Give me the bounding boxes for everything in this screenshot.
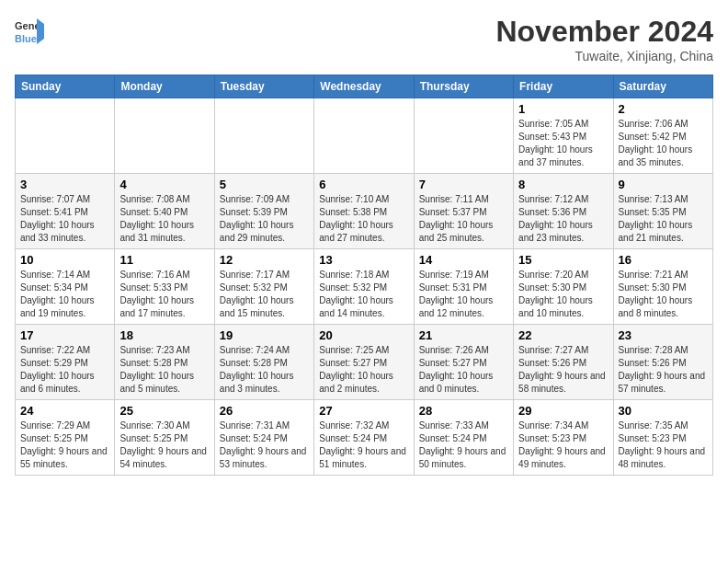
weekday-header-tuesday: Tuesday xyxy=(214,75,313,98)
day-number: 30 xyxy=(619,404,708,418)
day-cell: 1Sunrise: 7:05 AMSunset: 5:43 PMDaylight… xyxy=(514,98,613,174)
day-info: Sunrise: 7:12 AMSunset: 5:36 PMDaylight:… xyxy=(518,193,608,245)
day-number: 20 xyxy=(319,328,408,342)
day-cell xyxy=(314,98,414,174)
day-cell: 3Sunrise: 7:07 AMSunset: 5:41 PMDaylight… xyxy=(16,174,115,249)
day-cell: 14Sunrise: 7:19 AMSunset: 5:31 PMDayligh… xyxy=(414,249,513,325)
day-cell: 25Sunrise: 7:30 AMSunset: 5:25 PMDayligh… xyxy=(115,400,214,476)
day-cell: 27Sunrise: 7:32 AMSunset: 5:24 PMDayligh… xyxy=(314,400,414,476)
day-number: 13 xyxy=(319,253,408,267)
logo-svg: General Blue xyxy=(15,15,44,48)
day-number: 16 xyxy=(619,253,708,267)
day-cell xyxy=(414,98,513,174)
week-row-3: 10Sunrise: 7:14 AMSunset: 5:34 PMDayligh… xyxy=(16,249,713,325)
day-info: Sunrise: 7:07 AMSunset: 5:41 PMDaylight:… xyxy=(20,193,109,245)
day-cell: 28Sunrise: 7:33 AMSunset: 5:24 PMDayligh… xyxy=(414,400,513,476)
day-info: Sunrise: 7:19 AMSunset: 5:31 PMDaylight:… xyxy=(419,269,508,320)
weekday-header-friday: Friday xyxy=(514,75,613,98)
day-info: Sunrise: 7:24 AMSunset: 5:28 PMDaylight:… xyxy=(220,344,309,396)
day-number: 10 xyxy=(20,253,109,267)
day-cell: 30Sunrise: 7:35 AMSunset: 5:23 PMDayligh… xyxy=(613,400,712,476)
logo: General Blue xyxy=(15,15,44,48)
day-number: 17 xyxy=(20,328,109,342)
day-number: 7 xyxy=(419,178,508,191)
day-cell: 8Sunrise: 7:12 AMSunset: 5:36 PMDaylight… xyxy=(514,174,613,249)
day-info: Sunrise: 7:10 AMSunset: 5:38 PMDaylight:… xyxy=(319,193,408,245)
weekday-header-row: SundayMondayTuesdayWednesdayThursdayFrid… xyxy=(16,75,713,98)
day-cell: 21Sunrise: 7:26 AMSunset: 5:27 PMDayligh… xyxy=(414,325,513,400)
day-info: Sunrise: 7:34 AMSunset: 5:23 PMDaylight:… xyxy=(518,419,608,471)
day-info: Sunrise: 7:20 AMSunset: 5:30 PMDaylight:… xyxy=(518,269,608,320)
week-row-4: 17Sunrise: 7:22 AMSunset: 5:29 PMDayligh… xyxy=(16,325,713,400)
day-number: 15 xyxy=(518,253,608,267)
day-cell: 9Sunrise: 7:13 AMSunset: 5:35 PMDaylight… xyxy=(613,174,712,249)
day-cell: 13Sunrise: 7:18 AMSunset: 5:32 PMDayligh… xyxy=(314,249,414,325)
day-number: 14 xyxy=(419,253,508,267)
day-number: 12 xyxy=(220,253,309,267)
week-row-5: 24Sunrise: 7:29 AMSunset: 5:25 PMDayligh… xyxy=(16,400,713,476)
day-info: Sunrise: 7:08 AMSunset: 5:40 PMDaylight:… xyxy=(119,193,209,245)
day-number: 23 xyxy=(619,328,708,342)
day-info: Sunrise: 7:18 AMSunset: 5:32 PMDaylight:… xyxy=(319,269,408,320)
svg-text:Blue: Blue xyxy=(15,33,37,44)
day-number: 25 xyxy=(119,404,209,418)
day-cell: 23Sunrise: 7:28 AMSunset: 5:26 PMDayligh… xyxy=(613,325,712,400)
day-info: Sunrise: 7:35 AMSunset: 5:23 PMDaylight:… xyxy=(619,419,708,471)
page-header: General Blue November 2024 Tuwaite, Xinj… xyxy=(15,15,713,63)
day-info: Sunrise: 7:22 AMSunset: 5:29 PMDaylight:… xyxy=(20,344,109,396)
day-cell: 2Sunrise: 7:06 AMSunset: 5:42 PMDaylight… xyxy=(613,98,712,174)
weekday-header-wednesday: Wednesday xyxy=(314,75,414,98)
calendar: SundayMondayTuesdayWednesdayThursdayFrid… xyxy=(15,75,713,476)
day-info: Sunrise: 7:27 AMSunset: 5:26 PMDaylight:… xyxy=(518,344,608,396)
day-number: 4 xyxy=(119,178,209,191)
day-number: 19 xyxy=(220,328,309,342)
day-cell: 7Sunrise: 7:11 AMSunset: 5:37 PMDaylight… xyxy=(414,174,513,249)
day-cell: 5Sunrise: 7:09 AMSunset: 5:39 PMDaylight… xyxy=(214,174,313,249)
day-cell xyxy=(115,98,214,174)
weekday-header-saturday: Saturday xyxy=(613,75,712,98)
day-number: 11 xyxy=(119,253,209,267)
day-cell: 6Sunrise: 7:10 AMSunset: 5:38 PMDaylight… xyxy=(314,174,414,249)
day-number: 3 xyxy=(20,178,109,191)
day-cell: 19Sunrise: 7:24 AMSunset: 5:28 PMDayligh… xyxy=(214,325,313,400)
location: Tuwaite, Xinjiang, China xyxy=(495,49,713,63)
day-info: Sunrise: 7:31 AMSunset: 5:24 PMDaylight:… xyxy=(220,419,309,471)
day-cell: 4Sunrise: 7:08 AMSunset: 5:40 PMDaylight… xyxy=(115,174,214,249)
day-info: Sunrise: 7:30 AMSunset: 5:25 PMDaylight:… xyxy=(119,419,209,471)
day-info: Sunrise: 7:06 AMSunset: 5:42 PMDaylight:… xyxy=(619,118,708,169)
day-number: 2 xyxy=(619,102,708,116)
day-cell: 15Sunrise: 7:20 AMSunset: 5:30 PMDayligh… xyxy=(514,249,613,325)
day-number: 6 xyxy=(319,178,408,191)
day-info: Sunrise: 7:11 AMSunset: 5:37 PMDaylight:… xyxy=(419,193,508,245)
day-info: Sunrise: 7:14 AMSunset: 5:34 PMDaylight:… xyxy=(20,269,109,320)
day-info: Sunrise: 7:23 AMSunset: 5:28 PMDaylight:… xyxy=(119,344,209,396)
weekday-header-thursday: Thursday xyxy=(414,75,513,98)
title-area: November 2024 Tuwaite, Xinjiang, China xyxy=(495,15,713,63)
day-info: Sunrise: 7:32 AMSunset: 5:24 PMDaylight:… xyxy=(319,419,408,471)
day-info: Sunrise: 7:13 AMSunset: 5:35 PMDaylight:… xyxy=(619,193,708,245)
day-info: Sunrise: 7:28 AMSunset: 5:26 PMDaylight:… xyxy=(619,344,708,396)
week-row-1: 1Sunrise: 7:05 AMSunset: 5:43 PMDaylight… xyxy=(16,98,713,174)
day-cell: 12Sunrise: 7:17 AMSunset: 5:32 PMDayligh… xyxy=(214,249,313,325)
weekday-header-monday: Monday xyxy=(115,75,214,98)
day-number: 26 xyxy=(220,404,309,418)
day-info: Sunrise: 7:26 AMSunset: 5:27 PMDaylight:… xyxy=(419,344,508,396)
day-number: 24 xyxy=(20,404,109,418)
day-cell: 16Sunrise: 7:21 AMSunset: 5:30 PMDayligh… xyxy=(613,249,712,325)
month-title: November 2024 xyxy=(495,15,713,49)
day-cell: 11Sunrise: 7:16 AMSunset: 5:33 PMDayligh… xyxy=(115,249,214,325)
day-info: Sunrise: 7:33 AMSunset: 5:24 PMDaylight:… xyxy=(419,419,508,471)
day-cell: 20Sunrise: 7:25 AMSunset: 5:27 PMDayligh… xyxy=(314,325,414,400)
day-cell xyxy=(16,98,115,174)
day-number: 9 xyxy=(619,178,708,191)
day-number: 1 xyxy=(518,102,608,116)
day-cell: 24Sunrise: 7:29 AMSunset: 5:25 PMDayligh… xyxy=(16,400,115,476)
day-info: Sunrise: 7:16 AMSunset: 5:33 PMDaylight:… xyxy=(119,269,209,320)
day-cell: 29Sunrise: 7:34 AMSunset: 5:23 PMDayligh… xyxy=(514,400,613,476)
day-info: Sunrise: 7:25 AMSunset: 5:27 PMDaylight:… xyxy=(319,344,408,396)
day-number: 29 xyxy=(518,404,608,418)
day-number: 21 xyxy=(419,328,508,342)
day-info: Sunrise: 7:21 AMSunset: 5:30 PMDaylight:… xyxy=(619,269,708,320)
day-info: Sunrise: 7:05 AMSunset: 5:43 PMDaylight:… xyxy=(518,118,608,169)
day-cell: 22Sunrise: 7:27 AMSunset: 5:26 PMDayligh… xyxy=(514,325,613,400)
